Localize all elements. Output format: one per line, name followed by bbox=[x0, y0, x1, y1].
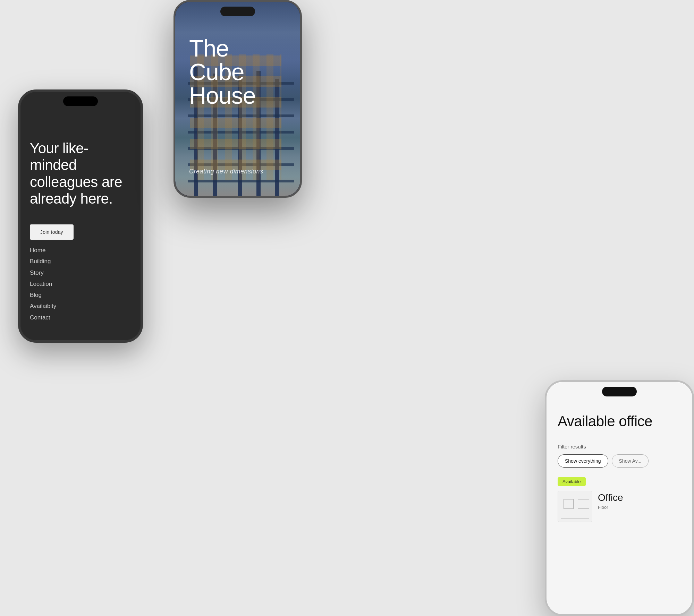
show-available-button[interactable]: Show Av... bbox=[612, 454, 649, 468]
show-everything-button[interactable]: Show everything bbox=[558, 454, 608, 468]
nav-item-availability[interactable]: Availaibity bbox=[30, 301, 131, 312]
hero-text: Your like-minded colleagues are already … bbox=[30, 140, 131, 207]
phone-left: Your like-minded colleagues are already … bbox=[18, 89, 143, 343]
office-card: Office Floor bbox=[558, 491, 681, 522]
nav-item-home[interactable]: Home bbox=[30, 245, 131, 256]
building-title: The Cube House bbox=[189, 36, 256, 107]
nav-item-contact[interactable]: Contact bbox=[30, 312, 131, 323]
dynamic-island-right bbox=[602, 387, 637, 396]
dynamic-island-center bbox=[220, 7, 255, 16]
available-badge: Available bbox=[558, 477, 586, 486]
nav-item-location[interactable]: Location bbox=[30, 279, 131, 290]
office-type-label: Office bbox=[598, 492, 681, 503]
phone-center: The Cube House Creating new dimensions bbox=[174, 0, 302, 198]
dynamic-island-left bbox=[63, 96, 98, 106]
join-today-button[interactable]: Join today bbox=[30, 224, 74, 240]
office-title: Available office bbox=[558, 413, 681, 430]
filter-buttons: Show everything Show Av... bbox=[558, 454, 681, 468]
nav-item-blog[interactable]: Blog bbox=[30, 290, 131, 301]
nav-menu: Home Building Story Location Blog Availa… bbox=[30, 245, 131, 323]
building-subtitle: Creating new dimensions bbox=[189, 168, 286, 175]
office-floor-label: Floor bbox=[598, 505, 681, 510]
nav-item-building[interactable]: Building bbox=[30, 256, 131, 267]
phone-right: Available office Filter results Show eve… bbox=[545, 380, 694, 616]
nav-item-story[interactable]: Story bbox=[30, 267, 131, 279]
filter-label: Filter results bbox=[558, 444, 681, 450]
office-floorplan bbox=[558, 491, 592, 522]
office-info: Office Floor bbox=[598, 491, 681, 510]
